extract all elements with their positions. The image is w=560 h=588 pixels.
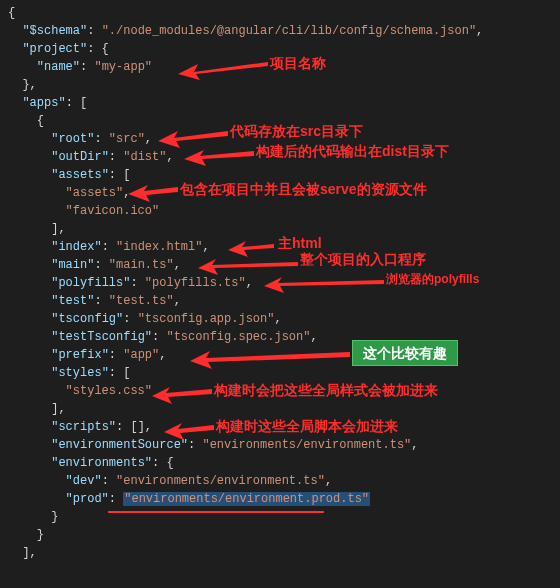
code-line: "$schema": "./node_modules/@angular/cli/… — [8, 22, 560, 40]
code-line: "outDir": "dist", — [8, 148, 560, 166]
code-line: "dev": "environments/environment.ts", — [8, 472, 560, 490]
code-line: "project": { — [8, 40, 560, 58]
code-line: "testTsconfig": "tsconfig.spec.json", — [8, 328, 560, 346]
code-line: "prefix": "app", — [8, 346, 560, 364]
code-line: "index": "index.html", — [8, 238, 560, 256]
code-line: "styles.css" — [8, 382, 560, 400]
code-line: "test": "test.ts", — [8, 292, 560, 310]
code-line: "environmentSource": "environments/envir… — [8, 436, 560, 454]
code-line: { — [8, 112, 560, 130]
code-line: "main": "main.ts", — [8, 256, 560, 274]
code-line: "root": "src", — [8, 130, 560, 148]
code-line: "tsconfig": "tsconfig.app.json", — [8, 310, 560, 328]
code-line: { — [8, 4, 560, 22]
underline-icon — [108, 511, 324, 513]
code-line: "name": "my-app" — [8, 58, 560, 76]
code-line: "environments": { — [8, 454, 560, 472]
code-line: "scripts": [], — [8, 418, 560, 436]
code-line: ], — [8, 220, 560, 238]
code-line: "apps": [ — [8, 94, 560, 112]
code-line: "assets": [ — [8, 166, 560, 184]
code-line: } — [8, 526, 560, 544]
code-line: "polyfills": "polyfills.ts", — [8, 274, 560, 292]
code-line: ], — [8, 400, 560, 418]
code-line: ], — [8, 544, 560, 562]
code-line: "styles": [ — [8, 364, 560, 382]
code-line: }, — [8, 76, 560, 94]
code-line: "prod": "environments/environment.prod.t… — [8, 490, 560, 508]
code-line: "assets", — [8, 184, 560, 202]
code-editor: { "$schema": "./node_modules/@angular/cl… — [0, 0, 560, 588]
code-line: "favicon.ico" — [8, 202, 560, 220]
